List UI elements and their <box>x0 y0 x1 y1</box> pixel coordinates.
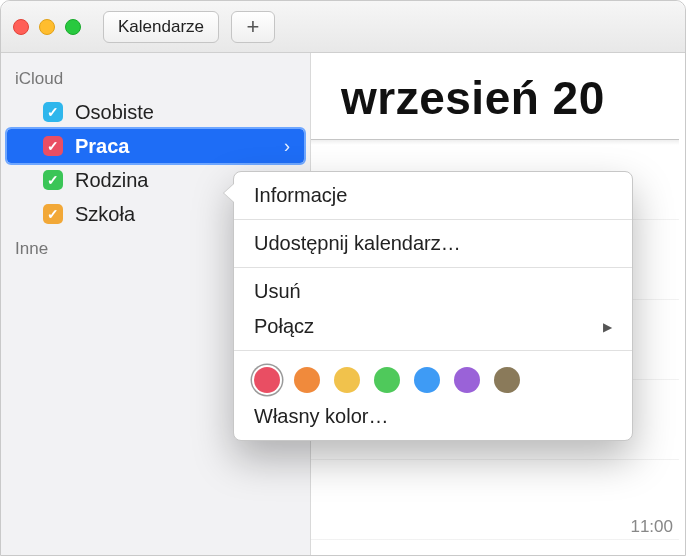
calendar-label: Praca <box>75 135 130 158</box>
color-swatch[interactable] <box>414 367 440 393</box>
calendar-label: Szkoła <box>75 203 135 226</box>
titlebar: Kalendarze + <box>1 1 685 53</box>
grid-shadow <box>311 139 679 145</box>
menu-item-delete[interactable]: Usuń <box>234 274 632 309</box>
time-gridline-label: 11:00 <box>630 517 673 537</box>
add-event-button[interactable]: + <box>231 11 275 43</box>
menu-separator <box>234 219 632 220</box>
sidebar-section-icloud: iCloud <box>1 61 310 95</box>
calendar-checkbox[interactable]: ✓ <box>43 136 63 156</box>
app-window: Kalendarze + iCloud ✓ Osobiste ✓ Praca ›… <box>0 0 686 556</box>
menu-item-info[interactable]: Informacje <box>234 178 632 213</box>
plus-icon: + <box>247 14 260 40</box>
calendar-label: Rodzina <box>75 169 148 192</box>
color-swatch[interactable] <box>454 367 480 393</box>
menu-separator <box>234 267 632 268</box>
popover-arrow-icon <box>224 184 234 202</box>
color-swatch[interactable] <box>334 367 360 393</box>
color-swatch-row <box>234 357 632 399</box>
minimize-icon[interactable] <box>39 19 55 35</box>
calendars-toggle-button[interactable]: Kalendarze <box>103 11 219 43</box>
calendar-checkbox[interactable]: ✓ <box>43 204 63 224</box>
calendars-toggle-label: Kalendarze <box>118 17 204 37</box>
calendar-label: Osobiste <box>75 101 154 124</box>
window-controls <box>13 19 81 35</box>
calendar-context-menu: Informacje Udostępnij kalendarz… Usuń Po… <box>233 171 633 441</box>
calendar-checkbox[interactable]: ✓ <box>43 170 63 190</box>
color-swatch[interactable] <box>294 367 320 393</box>
calendar-item-praca[interactable]: ✓ Praca › <box>7 129 304 163</box>
chevron-right-icon: › <box>284 136 290 157</box>
calendar-item-osobiste[interactable]: ✓ Osobiste <box>1 95 310 129</box>
color-swatch[interactable] <box>374 367 400 393</box>
menu-item-merge[interactable]: Połącz <box>234 309 632 344</box>
close-icon[interactable] <box>13 19 29 35</box>
menu-item-custom-color[interactable]: Własny kolor… <box>234 399 632 434</box>
calendar-checkbox[interactable]: ✓ <box>43 102 63 122</box>
zoom-icon[interactable] <box>65 19 81 35</box>
color-swatch[interactable] <box>494 367 520 393</box>
color-swatch[interactable] <box>254 367 280 393</box>
month-title: wrzesień 20 <box>341 71 605 125</box>
menu-separator <box>234 350 632 351</box>
menu-item-share[interactable]: Udostępnij kalendarz… <box>234 226 632 261</box>
